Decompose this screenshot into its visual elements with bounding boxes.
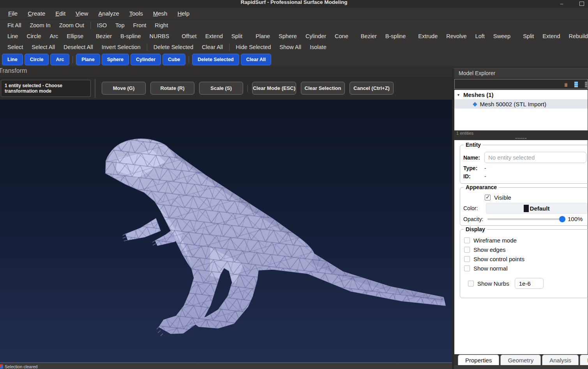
toolbar-button[interactable]: Cone — [330, 32, 353, 40]
color-picker-button[interactable]: Default — [486, 203, 587, 214]
menu-item[interactable]: Mesh — [148, 9, 173, 18]
model-explorer-panel: Model Explorer ▾ Meshes (1) ◆ Mesh 50002… — [452, 68, 588, 369]
toolbar-button[interactable]: Select All — [27, 43, 59, 51]
display-option-row[interactable]: Wireframe mode — [464, 237, 588, 244]
toolbar-button[interactable]: Zoom Out — [55, 21, 88, 30]
checkbox-unchecked[interactable] — [464, 237, 470, 243]
toolbar-button[interactable]: Arc — [45, 32, 62, 40]
toolbar-button[interactable]: Ellipse — [62, 32, 88, 40]
transform-button[interactable]: Cancel (Ctrl+Z) — [350, 82, 394, 95]
quick-button[interactable]: Plane — [76, 54, 100, 65]
toolbar-button[interactable]: Extend — [201, 32, 227, 40]
quick-button[interactable]: Circle — [25, 54, 49, 65]
panel-tab[interactable]: Analysis — [542, 355, 579, 365]
toolbar-button[interactable]: Delete Selected — [149, 43, 198, 51]
visible-checkbox[interactable] — [485, 195, 491, 200]
transform-button[interactable]: Clear Mode (ESC) — [252, 82, 296, 95]
toolbar-button[interactable]: Line — [3, 32, 22, 40]
checkbox-unchecked[interactable] — [464, 265, 470, 271]
quick-button[interactable]: Delete Selected — [192, 54, 239, 65]
toolbar-button[interactable]: Select — [3, 43, 27, 51]
toolbar-button[interactable]: Right — [150, 21, 172, 30]
toolbar-button[interactable]: ISO — [93, 21, 111, 30]
toolbar-button[interactable]: Invert Selection — [97, 43, 145, 51]
toolbar-button[interactable]: Extrude — [414, 32, 442, 40]
quick-button[interactable]: Arc — [50, 54, 69, 65]
toolbar-button[interactable]: B-spline — [381, 32, 410, 40]
tree-node-meshes[interactable]: ▾ Meshes (1) — [454, 90, 588, 99]
quick-button[interactable]: Cylinder — [131, 54, 161, 65]
toolbar-button[interactable]: Top — [111, 21, 129, 30]
quick-button[interactable]: Line — [2, 54, 23, 65]
toolbar-button[interactable]: Front — [129, 21, 150, 30]
slider-handle[interactable] — [559, 216, 565, 222]
toolbar-separator — [189, 56, 189, 63]
toolbar-button[interactable]: Zoom In — [25, 21, 55, 30]
entity-name-input[interactable] — [484, 152, 586, 163]
transform-button[interactable]: Scale (S) — [199, 82, 243, 95]
toolbar-button[interactable]: Plane — [251, 32, 274, 40]
quick-button[interactable]: Sphere — [102, 54, 129, 65]
toolbar-button[interactable]: Circle — [22, 32, 45, 40]
toolbar-button[interactable]: Clear All — [198, 43, 227, 51]
toolbar-button[interactable]: Sweep — [489, 32, 515, 40]
display-option-row[interactable]: Show normal — [464, 265, 588, 272]
toolbar-button[interactable]: Bezier — [357, 32, 381, 40]
toolbar-button[interactable]: Split — [519, 32, 538, 40]
toolbar-button[interactable]: Revolve — [442, 32, 471, 40]
view-toolbar: Fit AllZoom InZoom OutISOTopFrontRight — [0, 20, 588, 31]
toolbar-button[interactable]: Extend — [538, 32, 564, 40]
panel-splitter-handle[interactable] — [454, 137, 588, 140]
show-nurbs-checkbox[interactable] — [468, 281, 474, 286]
toolbar-button[interactable]: Cylinder — [301, 32, 330, 40]
toolbar-button[interactable]: Show All — [275, 43, 305, 51]
appearance-legend: Appearance — [464, 184, 499, 190]
menu-item[interactable]: View — [71, 9, 93, 18]
toolbar-button[interactable]: NURBS — [145, 32, 173, 40]
toolbar-button[interactable]: Bezier — [92, 32, 116, 40]
properties-pane: Entity Name: Type: - ID: - Appearance Vi… — [454, 140, 588, 354]
opacity-value: 100% — [568, 216, 583, 222]
menu-item[interactable]: Create — [23, 9, 50, 18]
menu-item[interactable]: Tools — [124, 9, 148, 18]
toolbar-button[interactable]: Offset — [177, 32, 201, 40]
nurbs-tolerance-input[interactable] — [515, 278, 544, 289]
trex-mesh-model[interactable] — [0, 100, 452, 363]
maximize-button[interactable] — [579, 2, 584, 6]
checkbox-unchecked[interactable] — [464, 247, 470, 253]
explorer-toolbar-icon-2[interactable] — [574, 81, 578, 87]
quick-button[interactable]: Cube — [162, 54, 185, 65]
toolbar-separator — [229, 44, 230, 51]
panel-tab[interactable]: Geometry — [500, 355, 541, 365]
toolbar-button[interactable]: Isolate — [305, 43, 331, 51]
display-option-row[interactable]: Show control points — [464, 256, 588, 262]
tree-expand-icon[interactable]: ▾ — [457, 93, 459, 97]
toolbar-button[interactable]: Loft — [471, 32, 489, 40]
checkbox-unchecked[interactable] — [464, 256, 470, 262]
quick-button[interactable]: Clear All — [241, 54, 271, 65]
menu-bar: FileCreateEditViewAnalyzeToolsMeshHelp — [0, 8, 588, 19]
menu-item[interactable]: Edit — [50, 9, 71, 18]
opacity-slider[interactable] — [487, 216, 565, 222]
toolbar-button[interactable]: Rebuild — [565, 32, 588, 40]
transform-button[interactable]: Move (G) — [102, 82, 146, 95]
toolbar-button[interactable]: Hide Selected — [231, 43, 275, 51]
toolbar-button[interactable]: B-spline — [116, 32, 145, 40]
toolbar-button[interactable]: Fit All — [3, 21, 25, 30]
transform-button[interactable]: Rotate (R) — [150, 82, 194, 95]
menu-item[interactable]: Help — [172, 9, 194, 18]
tree-node-mesh-item[interactable]: ◆ Mesh 50002 (STL Import) — [454, 99, 588, 109]
explorer-toolbar-icon-3[interactable] — [585, 81, 587, 87]
toolbar-button[interactable]: Deselect All — [59, 43, 97, 51]
panel-tab[interactable]: Mesh — [580, 355, 588, 365]
menu-item[interactable]: File — [3, 9, 23, 18]
display-option-row[interactable]: Show edges — [464, 246, 588, 253]
model-tree: ▾ Meshes (1) ◆ Mesh 50002 (STL Import) — [454, 90, 588, 130]
transform-button[interactable]: Clear Selection — [301, 82, 345, 95]
panel-tab[interactable]: Properties — [458, 355, 499, 365]
menu-item[interactable]: Analyze — [93, 9, 124, 18]
explorer-toolbar-icon-1[interactable] — [565, 82, 567, 87]
toolbar-button[interactable]: Sphere — [274, 32, 301, 40]
minimize-button[interactable]: – — [560, 2, 563, 6]
toolbar-button[interactable]: Split — [227, 32, 247, 40]
